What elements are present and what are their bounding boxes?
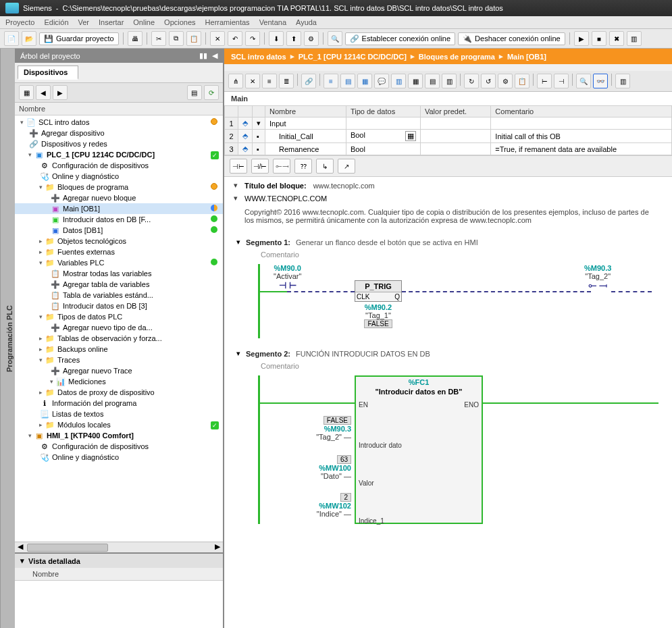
- tree-back-icon[interactable]: ◀: [36, 85, 51, 100]
- tree-measurements[interactable]: ▾📊Mediciones: [15, 376, 223, 387]
- download-icon[interactable]: ⬇: [269, 31, 284, 46]
- et-icon-1[interactable]: ⋔: [228, 74, 243, 88]
- tree-prog-info[interactable]: ℹInformación del programa: [15, 398, 223, 409]
- tree-plc-types[interactable]: ▾📁Tipos de datos PLC: [15, 311, 223, 322]
- menu-opciones[interactable]: Opciones: [164, 18, 195, 26]
- block-fc1[interactable]: %FC1 "Introducir datos en DB" EN ENO Int…: [355, 375, 483, 524]
- tree-intro-db-3[interactable]: 📋Introducir datos en DB [3]: [15, 300, 223, 311]
- tree-local-modules[interactable]: ▸📁Módulos locales✓: [15, 419, 223, 430]
- tree-plc[interactable]: ▾▣PLC_1 [CPU 1214C DC/DC/DC]✓: [15, 149, 223, 160]
- contact-activar[interactable]: %M90.0 "Activar" ⊣ ⊢: [274, 264, 301, 290]
- tree-add-trace[interactable]: ➕Agregar nuevo Trace: [15, 365, 223, 376]
- menu-ver[interactable]: Ver: [78, 18, 90, 26]
- tree-tech-objects[interactable]: ▸📁Objetos tecnológicos: [15, 236, 223, 246]
- undo-icon[interactable]: ↶: [228, 31, 242, 46]
- split-icon[interactable]: ▥: [627, 31, 642, 46]
- print-icon[interactable]: 🖶: [128, 31, 143, 46]
- sim-icon[interactable]: ▶: [574, 31, 589, 46]
- et-icon-7[interactable]: ▤: [340, 74, 355, 88]
- breadcrumb-1[interactable]: SCL intro datos: [231, 53, 286, 61]
- tree-text-lists[interactable]: 📃Listas de textos: [15, 409, 223, 419]
- coil-tag2[interactable]: %M90.3 "Tag_2" ⟜ ⟞: [584, 264, 611, 291]
- tree-root[interactable]: ▾📄SCL intro datos: [15, 117, 223, 128]
- breadcrumb-3[interactable]: Bloques de programa: [419, 53, 495, 61]
- et-icon-3[interactable]: ≡: [262, 74, 277, 88]
- tree-columns-icon[interactable]: ▤: [187, 85, 202, 100]
- tree-hmi-config[interactable]: ⚙Configuración de dispositivos: [15, 441, 223, 452]
- et-icon-6[interactable]: ≡: [324, 74, 338, 88]
- tree-show-all-vars[interactable]: 📋Mostrar todas las variables: [15, 268, 223, 279]
- network-2-comment[interactable]: Comentario: [231, 361, 665, 375]
- et-icon-11[interactable]: ▦: [408, 74, 423, 88]
- upload-icon[interactable]: ⬆: [286, 31, 301, 46]
- et-icon-15[interactable]: ↺: [481, 74, 496, 88]
- copy-icon[interactable]: ⧉: [169, 31, 184, 46]
- et-icon-13[interactable]: ▥: [442, 74, 457, 88]
- paste-icon[interactable]: 📋: [186, 31, 201, 46]
- redo-icon[interactable]: ↷: [245, 31, 260, 46]
- tree-backups[interactable]: ▸📁Backups online: [15, 344, 223, 355]
- compile-icon[interactable]: ⚙: [304, 31, 319, 46]
- block-title-value[interactable]: www.tecnoplc.com: [313, 182, 375, 190]
- panel-menu-icon[interactable]: ▮▮: [199, 51, 207, 59]
- et-icon-2[interactable]: ✕: [245, 74, 260, 88]
- ld-no-contact-icon[interactable]: ⊣⊢: [230, 159, 247, 174]
- et-icon-18[interactable]: ⊢: [537, 74, 552, 88]
- et-icon-10[interactable]: ▥: [391, 74, 406, 88]
- type-picker-icon[interactable]: ▦: [405, 131, 416, 141]
- open-project-icon[interactable]: 📂: [22, 31, 36, 46]
- stop-icon[interactable]: ■: [592, 31, 606, 46]
- tree-add-block[interactable]: ➕Agregar nuevo bloque: [15, 192, 223, 203]
- tree-hmi-online[interactable]: 🩺Online y diagnóstico: [15, 452, 223, 463]
- block-ptrig[interactable]: P_TRIG CLK Q: [355, 280, 402, 302]
- et-icon-9[interactable]: 💬: [374, 74, 389, 88]
- tree-watch-tables[interactable]: ▸📁Tablas de observación y forza...: [15, 333, 223, 344]
- tree-ext-sources[interactable]: ▸📁Fuentes externas: [15, 246, 223, 257]
- delete-icon[interactable]: ✕: [210, 31, 225, 46]
- menu-online[interactable]: Online: [133, 18, 155, 26]
- go-offline-button[interactable]: 🔌 Deshacer conexión online: [458, 32, 565, 45]
- ld-coil-icon[interactable]: ⟜⟞: [273, 159, 290, 174]
- ld-branch-icon[interactable]: ↳: [316, 159, 334, 174]
- network-2[interactable]: ▾ Segmento 2: FUNCIÓN INTRODUCIR DATOS E…: [224, 342, 672, 528]
- et-icon-17[interactable]: 📋: [515, 74, 529, 88]
- tree-program-blocks[interactable]: ▾📁Bloques de programa: [15, 182, 223, 192]
- ld-box-icon[interactable]: ⁇: [294, 159, 312, 174]
- tree-intro-db-fc[interactable]: ▣Introducir datos en DB [F...: [15, 214, 223, 225]
- et-icon-8[interactable]: ▦: [357, 74, 372, 88]
- tree-add-var-table[interactable]: ➕Agregar tabla de variables: [15, 279, 223, 290]
- ld-jump-icon[interactable]: ↗: [338, 159, 355, 174]
- et-icon-14[interactable]: ↻: [464, 74, 479, 88]
- menu-ventana[interactable]: Ventana: [259, 18, 286, 26]
- et-icon-5[interactable]: 🔗: [301, 74, 316, 88]
- tree-add-type[interactable]: ➕Agregar nuevo tipo de da...: [15, 322, 223, 333]
- tree-refresh-icon[interactable]: ⟳: [204, 85, 219, 100]
- table-row[interactable]: 3⬘▪ Remanence Bool =True, if remanent da…: [225, 143, 672, 155]
- menu-edicion[interactable]: Edición: [44, 18, 68, 26]
- menu-ayuda[interactable]: Ayuda: [296, 18, 317, 26]
- save-project-button[interactable]: 💾 Guardar proyecto: [39, 32, 119, 45]
- tree-devices-networks[interactable]: 🔗Dispositivos y redes: [15, 138, 223, 149]
- table-row[interactable]: 1⬘▾ Input: [225, 117, 672, 130]
- network-1-comment[interactable]: Comentario: [231, 249, 665, 264]
- et-icon-19[interactable]: ⊣: [554, 74, 569, 88]
- et-icon-16[interactable]: ⚙: [498, 74, 513, 88]
- et-icon-12[interactable]: ▤: [425, 74, 440, 88]
- et-icon-20[interactable]: 🔍: [576, 74, 591, 88]
- go-online-button[interactable]: 🔗 Establecer conexión online: [345, 32, 455, 45]
- tree-online-diag[interactable]: 🩺Online y diagnóstico: [15, 171, 223, 182]
- menu-proyecto[interactable]: Proyecto: [5, 18, 34, 26]
- devices-tab[interactable]: Dispositivos: [18, 66, 78, 80]
- network-1[interactable]: ▾ Segmento 1: Generar un flanco desde el…: [224, 231, 672, 342]
- breadcrumb-4[interactable]: Main [OB1]: [507, 53, 546, 61]
- tree-icon-1[interactable]: ▦: [19, 85, 34, 100]
- panel-collapse-icon[interactable]: ◀: [212, 51, 217, 59]
- breadcrumb-2[interactable]: PLC_1 [CPU 1214C DC/DC/DC]: [299, 53, 407, 61]
- project-tree[interactable]: ▾📄SCL intro datos ➕Agregar dispositivo 🔗…: [15, 115, 223, 542]
- menu-insertar[interactable]: Insertar: [99, 18, 124, 26]
- tree-fwd-icon[interactable]: ▶: [53, 85, 68, 100]
- menu-herramientas[interactable]: Herramientas: [205, 18, 250, 26]
- et-icon-4[interactable]: ≣: [279, 74, 294, 88]
- tree-hmi[interactable]: ▾▣HMI_1 [KTP400 Comfort]: [15, 430, 223, 441]
- tree-std-var-table[interactable]: 📋Tabla de variables estánd...: [15, 290, 223, 300]
